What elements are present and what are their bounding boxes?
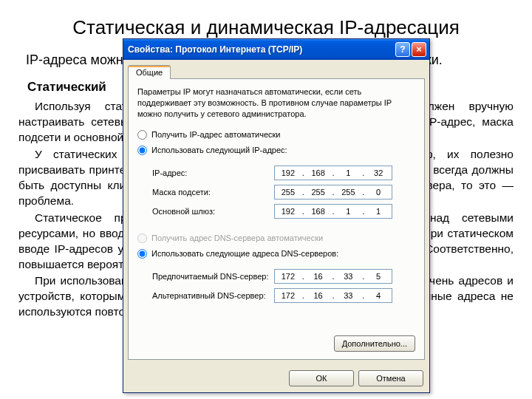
ip-address-input[interactable]: . . .: [274, 166, 392, 180]
tcpip-properties-dialog: Свойства: Протокол Интернета (TCP/IP) ? …: [123, 38, 430, 393]
default-gateway-label: Основной шлюз:: [152, 207, 274, 216]
radio-use-following-ip[interactable]: Использовать следующий IP-адрес:: [137, 146, 415, 155]
ip-octet[interactable]: [275, 168, 301, 177]
alternate-dns-input[interactable]: . . .: [274, 288, 392, 303]
ip-octet[interactable]: [305, 272, 332, 281]
radio-input[interactable]: [137, 146, 147, 155]
titlebar-text: Свойства: Протокол Интернета (TCP/IP): [128, 44, 395, 55]
ip-octet[interactable]: [365, 168, 392, 177]
ok-button[interactable]: ОК: [289, 370, 354, 386]
ip-octet[interactable]: [365, 291, 392, 300]
radio-use-following-dns[interactable]: Использовать следующие адреса DNS-сервер…: [137, 249, 415, 259]
advanced-button[interactable]: Дополнительно...: [334, 335, 415, 352]
ip-octet[interactable]: [365, 207, 392, 216]
page-title: Статическая и динамическая IP-адресация: [18, 15, 514, 41]
ip-octet[interactable]: [365, 272, 392, 281]
radio-label: Получить IP-адрес автоматически: [151, 130, 280, 139]
ip-octet[interactable]: [365, 188, 392, 197]
ip-octet[interactable]: [275, 188, 301, 197]
radio-obtain-dns-auto: Получить адрес DNS-сервера автоматически: [137, 233, 415, 243]
tab-strip: Общие: [123, 60, 429, 78]
ip-octet[interactable]: [335, 207, 362, 216]
radio-input[interactable]: [137, 130, 147, 140]
ip-octet[interactable]: [335, 168, 362, 177]
subnet-mask-label: Маска подсети:: [152, 188, 274, 197]
ip-octet[interactable]: [275, 272, 301, 281]
close-button[interactable]: ×: [412, 42, 426, 57]
description-text: Параметры IP могут назначаться автоматич…: [137, 86, 415, 120]
subnet-mask-input[interactable]: . . .: [274, 185, 392, 200]
radio-input: [137, 233, 147, 243]
radio-label: Получить адрес DNS-сервера автоматически: [151, 233, 323, 242]
radio-label: Использовать следующий IP-адрес:: [151, 146, 287, 154]
radio-obtain-ip-auto[interactable]: Получить IP-адрес автоматически: [137, 130, 415, 140]
ip-octet[interactable]: [275, 207, 301, 216]
ip-octet[interactable]: [335, 272, 362, 281]
ip-address-label: IP-адрес:: [152, 168, 274, 177]
ip-octet[interactable]: [275, 291, 301, 300]
radio-input[interactable]: [137, 249, 147, 259]
titlebar[interactable]: Свойства: Протокол Интернета (TCP/IP) ? …: [123, 39, 429, 60]
preferred-dns-input[interactable]: . . .: [274, 269, 392, 284]
ip-octet[interactable]: [335, 291, 362, 300]
ip-octet[interactable]: [305, 168, 332, 177]
radio-label: Использовать следующие адреса DNS-сервер…: [151, 249, 338, 258]
default-gateway-input[interactable]: . . .: [274, 204, 392, 219]
tab-body: Параметры IP могут назначаться автоматич…: [128, 78, 425, 360]
help-button[interactable]: ?: [395, 42, 410, 57]
ip-octet[interactable]: [305, 207, 332, 216]
ip-octet[interactable]: [305, 188, 332, 197]
ip-octet[interactable]: [335, 188, 362, 197]
ip-octet[interactable]: [305, 291, 332, 300]
tab-general[interactable]: Общие: [128, 65, 171, 79]
preferred-dns-label: Предпочитаемый DNS-сервер:: [152, 272, 274, 281]
alternate-dns-label: Альтернативный DNS-сервер:: [152, 291, 274, 300]
cancel-button[interactable]: Отмена: [358, 370, 423, 386]
dialog-footer: ОК Отмена: [123, 364, 429, 392]
